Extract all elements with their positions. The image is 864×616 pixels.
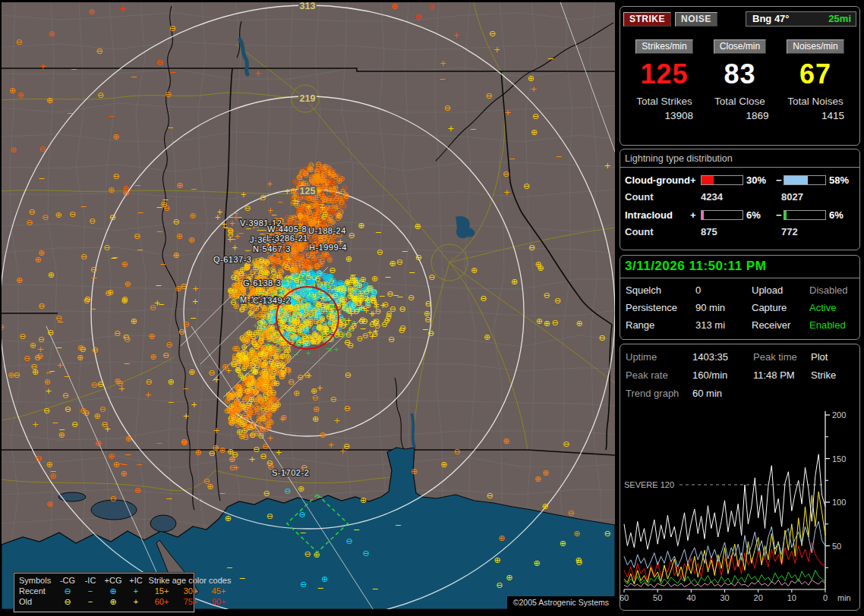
symbol-legend: Symbols -CG -IC +CG +IC Strike age color… bbox=[14, 573, 194, 612]
svg-text:⊕: ⊕ bbox=[49, 471, 56, 481]
svg-text:−: − bbox=[349, 270, 356, 280]
svg-text:⊖: ⊖ bbox=[303, 259, 309, 267]
svg-text:⊖: ⊖ bbox=[322, 210, 328, 218]
svg-text:200: 200 bbox=[832, 410, 846, 420]
bearing-range-value: 25mi bbox=[828, 13, 851, 24]
svg-text:−: − bbox=[252, 312, 258, 319]
svg-text:⊕: ⊕ bbox=[411, 467, 418, 476]
storm-cell-label: H-1999-4 bbox=[309, 243, 347, 252]
svg-text:⊖: ⊖ bbox=[249, 431, 255, 439]
svg-text:⊕: ⊕ bbox=[148, 332, 155, 341]
ic-plus-pct: 6% bbox=[743, 209, 776, 221]
trend-series-yellow bbox=[624, 492, 825, 584]
svg-text:⊖: ⊖ bbox=[330, 167, 336, 175]
svg-text:+: + bbox=[266, 433, 273, 443]
storm-cell-label: U-188-24 bbox=[308, 226, 346, 235]
upload-status: Disabled bbox=[809, 284, 859, 296]
svg-text:⊖: ⊖ bbox=[332, 179, 338, 187]
svg-text:⊖: ⊖ bbox=[259, 413, 266, 423]
svg-text:+: + bbox=[504, 108, 511, 118]
svg-text:⊖: ⊖ bbox=[84, 294, 91, 304]
svg-text:−: − bbox=[89, 304, 96, 314]
svg-text:⊕: ⊕ bbox=[503, 436, 509, 446]
svg-text:⊖: ⊖ bbox=[279, 366, 286, 376]
svg-text:+: + bbox=[216, 208, 222, 216]
total-noises-value: 1415 bbox=[779, 110, 852, 121]
svg-text:⊖: ⊖ bbox=[253, 388, 259, 396]
svg-text:+: + bbox=[253, 322, 259, 329]
svg-text:⊖: ⊖ bbox=[165, 90, 172, 99]
svg-text:−: − bbox=[325, 344, 331, 352]
svg-text:⊕: ⊕ bbox=[358, 221, 364, 231]
svg-text:⊖: ⊖ bbox=[374, 317, 380, 325]
svg-text:−: − bbox=[299, 528, 306, 538]
svg-text:+: + bbox=[32, 420, 39, 429]
storm-cell-label: C-1349-2 bbox=[253, 296, 291, 305]
svg-text:^: ^ bbox=[273, 338, 279, 345]
svg-text:⊖: ⊖ bbox=[97, 379, 104, 389]
svg-text:⊕: ⊕ bbox=[122, 184, 129, 193]
svg-text:150: 150 bbox=[832, 454, 846, 464]
svg-text:⊕: ⊕ bbox=[270, 358, 276, 366]
svg-text:+: + bbox=[307, 294, 313, 301]
svg-text:+: + bbox=[182, 411, 189, 421]
ic-minus-pct: 6% bbox=[826, 209, 861, 221]
svg-text:⊖: ⊖ bbox=[62, 391, 69, 401]
lightning-map[interactable]: ⊖⊕⊖⊕⊖⊕⊕⊖⊕⊖⊖⊖⊖⊖⊖⊕⊕⊕⊖⊕⊖⊖⊕⊖⊖⊖⊖⊕⊕⊖⊖⊕⊖⊖⊖⊖⊕⊖⊖⊖… bbox=[2, 2, 615, 609]
svg-text:−: − bbox=[375, 228, 382, 237]
svg-text:⊖: ⊖ bbox=[363, 548, 370, 558]
svg-text:−: − bbox=[131, 72, 137, 82]
svg-text:⊕: ⊕ bbox=[219, 445, 225, 455]
svg-text:⊖: ⊖ bbox=[318, 177, 324, 185]
storm-cell-label: L-3286-21 bbox=[266, 234, 308, 243]
svg-text:⊖: ⊖ bbox=[266, 385, 272, 393]
svg-text:⊖: ⊖ bbox=[47, 328, 54, 338]
strike-mode-button[interactable]: STRIKE bbox=[623, 12, 671, 27]
svg-text:⊕: ⊕ bbox=[16, 275, 23, 285]
age-45: 45+ bbox=[204, 586, 233, 596]
svg-text:⊕: ⊕ bbox=[484, 332, 490, 342]
svg-text:30: 30 bbox=[720, 593, 729, 602]
cg-minus-count: 8027 bbox=[781, 191, 859, 203]
legend-neg-ic-header: -IC bbox=[80, 575, 101, 586]
total-close-label: Total Close bbox=[704, 96, 777, 107]
svg-text:+: + bbox=[275, 448, 282, 457]
svg-text:−: − bbox=[156, 227, 163, 237]
svg-text:60: 60 bbox=[620, 593, 629, 602]
svg-text:⊕: ⊕ bbox=[172, 250, 179, 260]
age-60: 60+ bbox=[147, 596, 177, 607]
svg-text:+: + bbox=[213, 426, 219, 435]
svg-text:⊕: ⊕ bbox=[112, 132, 119, 142]
svg-text:+: + bbox=[530, 84, 537, 94]
close-per-min-value: 83 bbox=[704, 61, 777, 88]
svg-text:+: + bbox=[292, 196, 298, 205]
svg-text:−: − bbox=[556, 152, 563, 162]
svg-text:−: − bbox=[90, 273, 97, 283]
svg-text:⊕: ⊕ bbox=[227, 447, 234, 457]
svg-text:^: ^ bbox=[279, 339, 285, 347]
close-per-min-column: Close/min 83 Total Close 1869 bbox=[704, 39, 777, 121]
svg-text:⊕: ⊕ bbox=[313, 404, 320, 414]
svg-text:⊖: ⊖ bbox=[551, 318, 558, 328]
noise-mode-button[interactable]: NOISE bbox=[675, 12, 717, 27]
ic-minus-bar bbox=[784, 210, 826, 220]
legend-old-row: Old ⊖ − ⊕ + 60+ 75+ 90+ bbox=[14, 596, 194, 607]
svg-text:^: ^ bbox=[345, 294, 352, 302]
pos-ic-recent-icon: + bbox=[125, 586, 147, 596]
ic-plus-bar-fill bbox=[702, 211, 704, 219]
total-strikes-value: 13908 bbox=[628, 110, 701, 121]
svg-text:⊖: ⊖ bbox=[353, 307, 359, 316]
svg-text:⊖: ⊖ bbox=[69, 209, 76, 219]
svg-text:−: − bbox=[330, 283, 336, 291]
svg-text:−: − bbox=[137, 245, 143, 255]
svg-text:⊖: ⊖ bbox=[343, 192, 349, 200]
ic-plus-count: 875 bbox=[701, 226, 781, 237]
range-value: 313 mi bbox=[695, 319, 752, 331]
svg-text:+: + bbox=[279, 414, 285, 424]
svg-text:⊕: ⊕ bbox=[326, 256, 333, 264]
neg-ic-recent-icon: − bbox=[80, 586, 101, 596]
cg-plus-pct: 30% bbox=[743, 174, 776, 186]
svg-text:⊕: ⊕ bbox=[121, 259, 128, 269]
svg-text:⊕: ⊕ bbox=[48, 29, 55, 39]
range-label: Range bbox=[626, 319, 695, 331]
